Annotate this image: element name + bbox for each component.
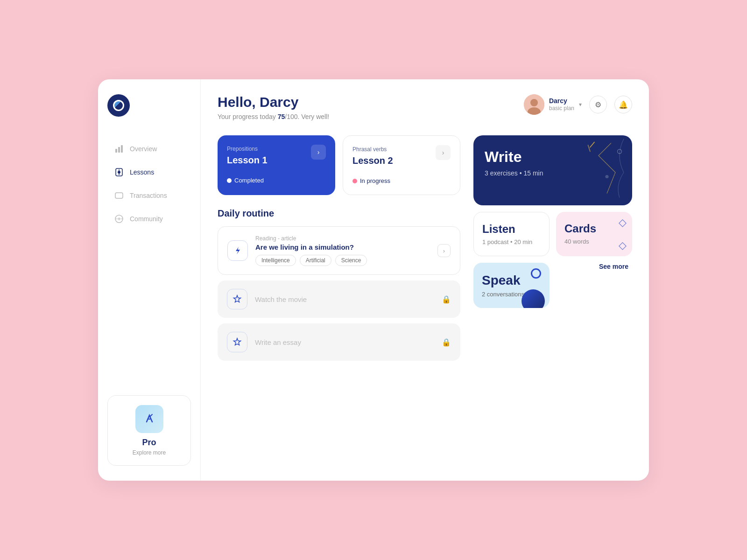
- star-icon-3: [227, 332, 247, 352]
- cards-detail: 40 words: [564, 238, 624, 245]
- logo-icon: [113, 100, 124, 111]
- avatar: [524, 94, 544, 115]
- bell-icon: 🔔: [619, 100, 628, 109]
- sidebar-item-community[interactable]: Community: [107, 209, 191, 229]
- user-name: Darcy: [549, 97, 574, 105]
- svg-rect-0: [115, 149, 117, 153]
- progress-text: Your progress today 75/100. Very well!: [218, 113, 329, 120]
- svg-point-8: [530, 99, 538, 106]
- lesson2-status: In progress: [352, 177, 451, 184]
- content-grid: Prepositions Lesson 1 Completed › Phrasa…: [218, 135, 632, 366]
- tag-science: Science: [335, 255, 367, 266]
- pro-icon: [135, 405, 163, 433]
- svg-rect-5: [115, 193, 123, 198]
- routine-item-3: Write an essay 🔒: [218, 323, 460, 361]
- tag-intelligence: Intelligence: [255, 255, 296, 266]
- small-cards-row: Listen 1 podcast • 20 min ◇ Cards 40 wor…: [473, 212, 632, 256]
- main-content: Hello, Darcy Your progress today 75/100.…: [201, 79, 649, 481]
- speak-card[interactable]: Speak 2 conversations: [473, 263, 550, 308]
- app-container: Overview Lessons: [98, 79, 649, 481]
- user-plan: basic plan: [549, 105, 574, 112]
- svg-point-4: [118, 171, 120, 174]
- lesson-card-1[interactable]: Prepositions Lesson 1 Completed ›: [218, 135, 335, 195]
- routine-item-1-tags: Intelligence Artificial Science: [255, 255, 430, 266]
- transactions-icon: [114, 190, 124, 201]
- left-column: Prepositions Lesson 1 Completed › Phrasa…: [218, 135, 460, 366]
- listen-detail: 1 podcast • 20 min: [482, 238, 541, 245]
- user-text: Darcy basic plan: [549, 97, 574, 112]
- listen-title: Listen: [482, 223, 541, 236]
- see-more-button[interactable]: See more: [599, 263, 628, 270]
- routine-item-3-content: Write an essay: [255, 338, 434, 346]
- star-icon-2: [227, 289, 247, 309]
- lock-icon-2: 🔒: [442, 295, 451, 304]
- speak-avatar-peek: [521, 289, 545, 308]
- sidebar-item-transactions[interactable]: Transactions: [107, 186, 191, 205]
- speak-row: Speak 2 conversations See more: [473, 263, 632, 308]
- write-detail: 3 exercises • 15 min: [485, 169, 621, 177]
- routine-item-1[interactable]: Reading - article Are we living in a sim…: [218, 226, 460, 275]
- lesson2-arrow: ›: [436, 145, 451, 160]
- header-right: Darcy basic plan ▾ ⚙ 🔔: [524, 94, 632, 115]
- right-panel: Write 3 exercises • 15 min Listen 1 podc…: [473, 135, 632, 366]
- routine-item-1-type: Reading - article: [255, 235, 430, 242]
- header-left: Hello, Darcy Your progress today 75/100.…: [218, 94, 329, 120]
- diamond-top-icon: ◇: [619, 217, 627, 229]
- pro-sublabel: Explore more: [115, 449, 183, 456]
- routine-item-2-title: Watch the movie: [255, 295, 434, 303]
- daily-routine-section: Daily routine Reading - article Are we l…: [218, 208, 460, 361]
- lessons-row: Prepositions Lesson 1 Completed › Phrasa…: [218, 135, 460, 195]
- see-more-wrap: See more: [556, 263, 632, 270]
- greeting-title: Hello, Darcy: [218, 94, 329, 110]
- status-dot-completed: [227, 178, 232, 183]
- write-card[interactable]: Write 3 exercises • 15 min: [473, 135, 632, 205]
- pro-upgrade-card[interactable]: Pro Explore more: [107, 395, 191, 466]
- routine-item-1-content: Reading - article Are we living in a sim…: [255, 235, 430, 266]
- section-title-daily-routine: Daily routine: [218, 208, 460, 219]
- pro-icon-wrap: [135, 405, 163, 433]
- svg-rect-1: [118, 147, 120, 153]
- chevron-down-icon: ▾: [579, 101, 582, 108]
- routine-item-1-arrow: ›: [437, 244, 451, 257]
- speak-circle-icon: [531, 268, 541, 279]
- lock-icon-3: 🔒: [442, 338, 451, 347]
- svg-rect-2: [121, 145, 123, 153]
- notifications-button[interactable]: 🔔: [614, 96, 632, 113]
- bolt-icon: [227, 240, 248, 261]
- lesson1-status: Completed: [227, 177, 326, 184]
- routine-item-1-title: Are we living in a simulation?: [255, 243, 430, 251]
- settings-button[interactable]: ⚙: [589, 96, 607, 113]
- bar-chart-icon: [114, 144, 124, 154]
- lesson-card-2[interactable]: Phrasal verbs Lesson 2 In progress ›: [343, 135, 460, 195]
- cards-card[interactable]: ◇ Cards 40 words ◇: [556, 212, 632, 256]
- nav-items: Overview Lessons: [107, 139, 191, 384]
- sidebar-item-label: Transactions: [130, 192, 167, 199]
- lesson1-arrow: ›: [311, 145, 326, 160]
- logo: [107, 94, 130, 117]
- routine-item-2-content: Watch the movie: [255, 295, 434, 303]
- routine-item-3-title: Write an essay: [255, 338, 434, 346]
- status-dot-in-progress: [352, 179, 357, 183]
- sidebar-item-label: Overview: [130, 145, 157, 153]
- sidebar-item-label: Community: [130, 215, 163, 223]
- sidebar-item-label: Lessons: [130, 168, 154, 176]
- cards-title: Cards: [564, 222, 624, 235]
- header: Hello, Darcy Your progress today 75/100.…: [218, 94, 632, 120]
- routine-item-2: Watch the movie 🔒: [218, 280, 460, 318]
- progress-value: 75: [278, 113, 285, 120]
- community-icon: [114, 214, 124, 224]
- diamond-bottom-icon: ◇: [619, 239, 627, 252]
- tag-artificial: Artificial: [300, 255, 331, 266]
- pro-label: Pro: [115, 438, 183, 448]
- settings-icon: ⚙: [595, 100, 601, 109]
- write-title: Write: [485, 148, 621, 166]
- sidebar-item-overview[interactable]: Overview: [107, 139, 191, 159]
- svg-line-12: [590, 142, 594, 147]
- sidebar-item-lessons[interactable]: Lessons: [107, 162, 191, 182]
- lessons-icon: [114, 167, 124, 177]
- listen-card[interactable]: Listen 1 podcast • 20 min: [473, 212, 550, 256]
- sidebar: Overview Lessons: [98, 79, 201, 481]
- user-profile[interactable]: Darcy basic plan ▾: [524, 94, 582, 115]
